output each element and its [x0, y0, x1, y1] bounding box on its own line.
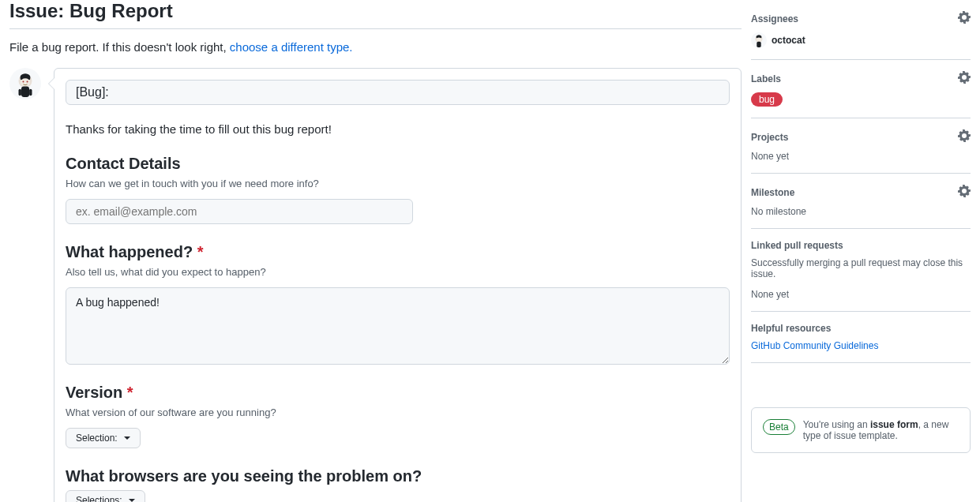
svg-rect-4 [21, 86, 29, 97]
caret-down-icon [129, 499, 135, 502]
linked-title: Linked pull requests [751, 240, 843, 251]
intro-text: File a bug report. If this doesn't look … [9, 40, 742, 54]
sidebar-milestone: Milestone No milestone [751, 174, 971, 229]
community-guidelines-link[interactable]: GitHub Community Guidelines [751, 340, 878, 351]
contact-email-input[interactable] [66, 199, 413, 224]
happened-desc: Also tell us, what did you expect to hap… [66, 266, 730, 278]
gear-icon[interactable] [958, 71, 971, 86]
svg-rect-9 [757, 42, 760, 47]
info-strong: issue form [870, 419, 918, 430]
sidebar-projects: Projects None yet [751, 118, 971, 174]
svg-point-8 [757, 37, 761, 41]
assignee-name[interactable]: octocat [772, 35, 805, 46]
sidebar-linked-prs: Linked pull requests Successfully mergin… [751, 229, 971, 312]
choose-different-type-link[interactable]: choose a different type. [230, 40, 353, 54]
sidebar-labels: Labels bug [751, 60, 971, 118]
info-text: You're using an issue form, a new type o… [803, 419, 959, 441]
thanks-text: Thanks for taking the time to fill out t… [66, 122, 730, 136]
svg-rect-6 [29, 89, 32, 96]
required-star: * [197, 243, 204, 260]
happened-heading-text: What happened? [66, 243, 193, 260]
version-heading-text: Version [66, 384, 122, 401]
contact-heading: Contact Details [66, 155, 730, 173]
caret-down-icon [124, 436, 130, 440]
info-pre: You're using an [803, 419, 870, 430]
issue-form-box: Thanks for taking the time to fill out t… [54, 68, 742, 502]
linked-desc: Successfully merging a pull request may … [751, 257, 971, 279]
assignee-avatar[interactable] [751, 32, 767, 48]
required-star: * [127, 384, 133, 401]
page-title: Issue: Bug Report [9, 0, 742, 29]
issue-form-info-box: Beta You're using an issue form, a new t… [751, 407, 971, 453]
happened-heading: What happened? * [66, 243, 730, 261]
beta-badge: Beta [763, 419, 795, 435]
sidebar-assignees: Assignees octocat [751, 0, 971, 60]
label-bug[interactable]: bug [751, 92, 783, 107]
assignees-title: Assignees [751, 13, 798, 24]
gear-icon[interactable] [958, 129, 971, 144]
version-desc: What version of our software are you run… [66, 406, 730, 418]
version-heading: Version * [66, 384, 730, 402]
gear-icon[interactable] [958, 11, 971, 26]
browsers-heading: What browsers are you seeing the problem… [66, 467, 730, 485]
milestone-empty: No milestone [751, 206, 971, 217]
svg-rect-5 [19, 89, 21, 96]
svg-point-3 [27, 81, 28, 82]
contact-desc: How can we get in touch with you if we n… [66, 178, 730, 189]
browsers-select-label: Selections: [76, 495, 122, 502]
intro-prefix: File a bug report. If this doesn't look … [9, 40, 230, 54]
linked-empty: None yet [751, 289, 971, 300]
version-select-button[interactable]: Selection: [66, 428, 141, 448]
milestone-title: Milestone [751, 187, 794, 198]
gear-icon[interactable] [958, 185, 971, 200]
issue-title-input[interactable] [66, 80, 730, 105]
projects-title: Projects [751, 132, 788, 143]
svg-point-2 [22, 81, 24, 82]
labels-title: Labels [751, 73, 781, 84]
browsers-select-button[interactable]: Selections: [66, 490, 145, 502]
helpful-title: Helpful resources [751, 323, 831, 334]
what-happened-textarea[interactable]: A bug happened! [66, 287, 730, 365]
version-select-label: Selection: [76, 433, 118, 444]
user-avatar[interactable] [9, 68, 41, 99]
sidebar-helpful: Helpful resources GitHub Community Guide… [751, 312, 971, 363]
projects-empty: None yet [751, 151, 971, 162]
